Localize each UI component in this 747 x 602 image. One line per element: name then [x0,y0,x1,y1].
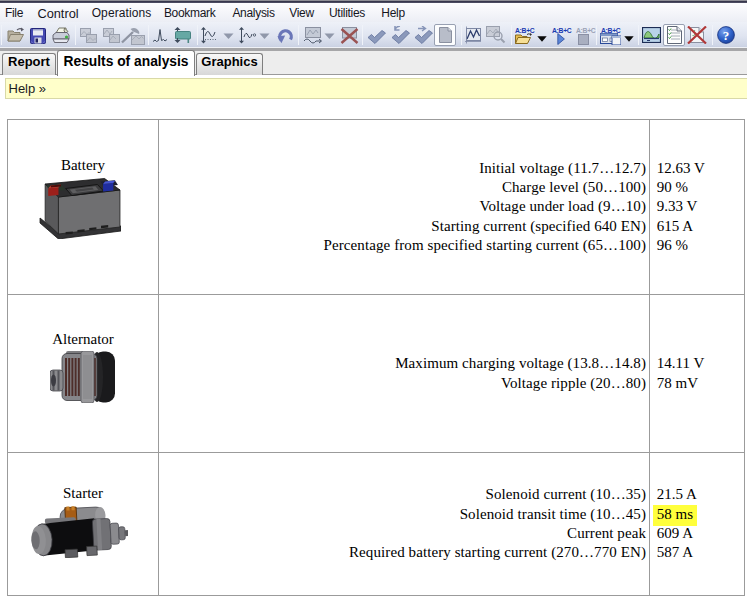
svg-text:?: ? [723,28,730,43]
